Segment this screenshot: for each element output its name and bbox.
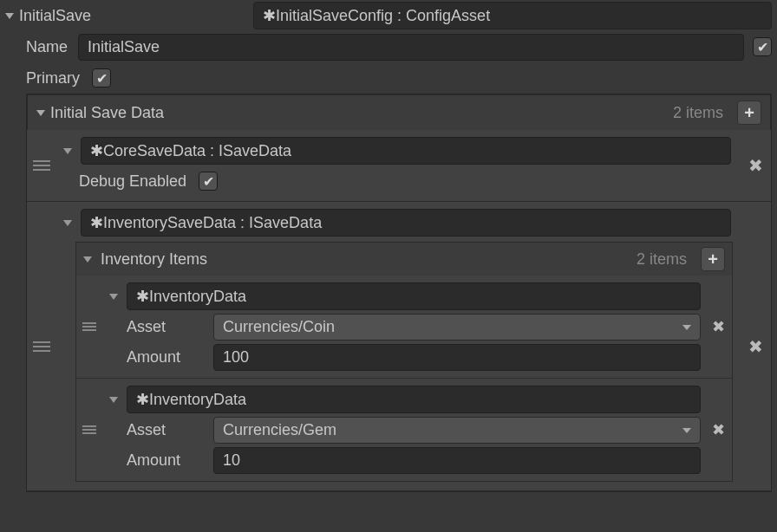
list-header: Initial Save Data 2 items + — [27, 94, 771, 130]
amount-input[interactable]: 100 — [213, 344, 701, 371]
type-row: ✱InventoryData — [106, 281, 701, 312]
type-row: ✱InventoryData — [106, 384, 701, 415]
inner-item-body: ✱InventoryData Asset Currencies/Gem Amou… — [102, 379, 704, 481]
check-icon: ✔ — [96, 70, 108, 87]
asset-label: Asset — [127, 318, 213, 336]
section-title: InitialSave — [19, 7, 236, 25]
list-body: ✱CoreSaveData : ISaveData Debug Enabled … — [27, 130, 771, 491]
amount-label: Amount — [127, 348, 213, 367]
asset-dropdown[interactable]: Currencies/Coin — [213, 314, 701, 341]
inventory-items-list: Inventory Items 2 items + ✱InventoryData — [75, 242, 733, 482]
drag-handle-icon[interactable] — [27, 130, 56, 201]
type-field-inventory[interactable]: ✱InventorySaveData : ISaveData — [81, 209, 731, 237]
foldout-inventory-data-1[interactable] — [109, 397, 118, 403]
add-item-button[interactable]: + — [737, 101, 761, 125]
debug-row: Debug Enabled ✔ — [56, 166, 735, 196]
config-type-field[interactable]: ✱InitialSaveConfig : ConfigAsset — [253, 2, 772, 29]
items-count: 2 items — [673, 104, 723, 122]
list-item-inventory: ✱InventorySaveData : ISaveData Inventory… — [27, 202, 771, 491]
inner-list-body: ✱InventoryData Asset Currencies/Coin Amo… — [76, 276, 732, 481]
primary-checkbox[interactable]: ✔ — [92, 68, 111, 88]
inventory-items-count: 2 items — [637, 250, 687, 269]
asset-dropdown[interactable]: Currencies/Gem — [213, 417, 701, 444]
asset-row: Asset Currencies/Gem — [106, 415, 701, 445]
foldout-inventory-data-0[interactable] — [109, 294, 118, 300]
check-icon: ✔ — [757, 39, 768, 55]
name-checkbox[interactable]: ✔ — [753, 37, 772, 56]
item-body: ✱InventorySaveData : ISaveData Inventory… — [56, 202, 740, 490]
initial-save-data-list: Initial Save Data 2 items + ✱CoreSaveDat… — [26, 94, 772, 492]
list-item-core: ✱CoreSaveData : ISaveData Debug Enabled … — [27, 130, 771, 202]
remove-inner-item-button[interactable]: ✖ — [704, 276, 732, 378]
drag-handle-icon[interactable] — [76, 276, 102, 378]
amount-row: Amount 10 — [106, 445, 701, 476]
drag-handle-icon[interactable] — [27, 202, 56, 490]
foldout-inventory[interactable] — [63, 220, 72, 226]
name-row: Name InitialSave ✔ — [0, 31, 777, 62]
foldout-header[interactable] — [5, 13, 14, 19]
amount-row: Amount 100 — [106, 342, 701, 373]
asset-row: Asset Currencies/Coin — [106, 312, 701, 342]
list-title: Initial Save Data — [50, 104, 673, 122]
type-row: ✱InventorySaveData : ISaveData — [56, 207, 735, 238]
foldout-core[interactable] — [63, 148, 72, 154]
amount-input[interactable]: 10 — [213, 447, 701, 474]
asset-label: Asset — [127, 421, 213, 439]
remove-item-button[interactable]: ✖ — [740, 202, 771, 490]
remove-item-button[interactable]: ✖ — [740, 130, 771, 201]
name-input[interactable]: InitialSave — [78, 34, 744, 61]
type-field-inventory-data[interactable]: ✱InventoryData — [127, 386, 701, 413]
foldout-save-list[interactable] — [36, 110, 45, 116]
drag-handle-icon[interactable] — [76, 379, 102, 481]
check-icon: ✔ — [203, 173, 214, 190]
name-label: Name — [26, 38, 78, 56]
inner-item-body: ✱InventoryData Asset Currencies/Coin Amo… — [102, 276, 704, 378]
inventory-items-title: Inventory Items — [101, 250, 637, 269]
inventory-item-row: ✱InventoryData Asset Currencies/Gem Amou… — [76, 379, 732, 481]
type-field-inventory-data[interactable]: ✱InventoryData — [127, 282, 701, 310]
inner-list-header: Inventory Items 2 items + — [76, 243, 732, 276]
header-row: InitialSave ✱InitialSaveConfig : ConfigA… — [0, 0, 777, 31]
primary-row: Primary ✔ — [0, 62, 777, 94]
debug-enabled-checkbox[interactable]: ✔ — [199, 172, 218, 191]
foldout-inventory-items[interactable] — [83, 256, 92, 263]
remove-inner-item-button[interactable]: ✖ — [704, 379, 732, 481]
type-row: ✱CoreSaveData : ISaveData — [56, 135, 735, 166]
inventory-item-row: ✱InventoryData Asset Currencies/Coin Amo… — [76, 276, 732, 379]
amount-label: Amount — [127, 451, 213, 470]
add-inventory-item-button[interactable]: + — [701, 247, 725, 271]
debug-enabled-label: Debug Enabled — [79, 172, 186, 191]
primary-label: Primary — [26, 69, 80, 88]
item-body: ✱CoreSaveData : ISaveData Debug Enabled … — [56, 130, 740, 201]
type-field-core[interactable]: ✱CoreSaveData : ISaveData — [81, 137, 731, 165]
